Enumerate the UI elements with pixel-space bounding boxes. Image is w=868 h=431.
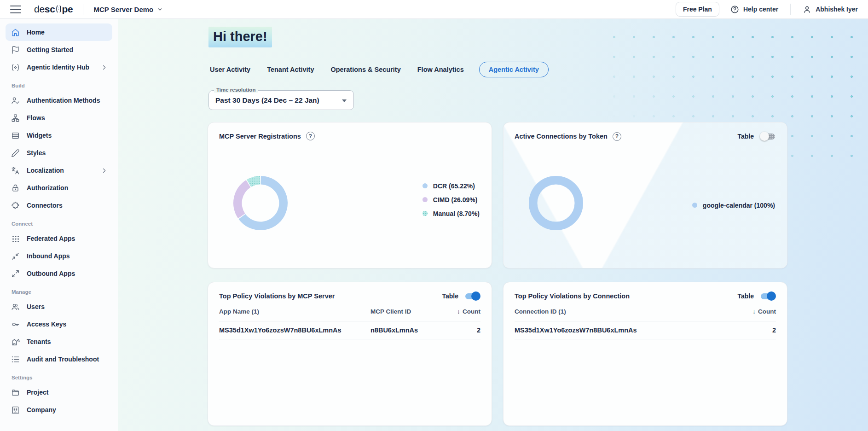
widgets-icon	[11, 131, 20, 140]
sidebar-item-federated-apps[interactable]: Federated Apps	[6, 230, 112, 247]
tenants-icon	[11, 338, 20, 346]
chart-legend: DCR (65.22%)CIMD (26.09%)Manual (8.70%)	[422, 181, 480, 219]
chevron-right-icon	[101, 64, 108, 71]
violations-table: App Name (1)MCP Client ID↓CountMS35d1Xw1…	[219, 308, 480, 339]
users-icon	[11, 303, 20, 311]
card-title: MCP Server Registrations	[219, 133, 301, 140]
legend-label: CIMD (26.09%)	[433, 196, 477, 204]
chevron-down-icon	[157, 6, 163, 12]
legend-dot	[692, 203, 697, 208]
table-cell: n8BU6xLmnAs	[370, 326, 451, 334]
sidebar-section-label: Manage	[6, 282, 112, 298]
column-header-count[interactable]: ↓Count	[746, 308, 776, 315]
sidebar-item-label: Users	[27, 303, 45, 310]
help-icon[interactable]: ?	[613, 132, 621, 141]
tab-operations-security[interactable]: Operations & Security	[329, 62, 402, 77]
violations-table: Connection ID (1)↓CountMS35d1Xw1Yo6zozsW…	[515, 308, 776, 339]
divider	[790, 4, 791, 15]
sidebar-item-authorization[interactable]: Authorization	[6, 179, 112, 197]
descope-o-icon	[56, 5, 62, 16]
table-toggle-label: Table	[737, 133, 754, 140]
legend-label: google-calendar (100%)	[703, 202, 775, 209]
card-top-policy-violations-by-mcp-server: Top Policy Violations by MCP Server Tabl…	[208, 282, 492, 426]
legend-item-Manual[interactable]: Manual (8.70%)	[422, 208, 480, 219]
user-menu[interactable]: Abhishek Iyer	[803, 5, 858, 14]
divider	[83, 4, 83, 15]
tab-tenant-activity[interactable]: Tenant Activity	[266, 62, 315, 77]
sidebar-item-authentication-methods[interactable]: Authentication Methods	[6, 92, 112, 109]
home-icon	[11, 28, 20, 37]
table-toggle[interactable]	[464, 291, 480, 301]
legend-item-DCR[interactable]: DCR (65.22%)	[422, 181, 480, 191]
column-header-app-name-1-[interactable]: App Name (1)	[219, 308, 370, 315]
auth-methods-icon	[11, 96, 20, 105]
help-center-label: Help center	[743, 6, 778, 13]
audit-icon	[11, 355, 20, 364]
sidebar-item-label: Home	[27, 29, 45, 36]
sidebar-item-flows[interactable]: Flows	[6, 109, 112, 127]
help-center-button[interactable]: Help center	[730, 5, 778, 14]
sidebar-item-label: Tenants	[27, 338, 51, 345]
sidebar-item-outbound-apps[interactable]: Outbound Apps	[6, 265, 112, 282]
sidebar-item-audit-and-troubleshoot[interactable]: Audit and Troubleshoot	[6, 350, 112, 368]
sidebar-section-label: Build	[6, 76, 112, 92]
donut-segment-CIMD	[233, 180, 250, 218]
sidebar-item-connectors[interactable]: Connectors	[6, 197, 112, 214]
logo-text: de	[34, 4, 45, 15]
free-plan-button[interactable]: Free Plan	[676, 2, 719, 17]
time-resolution-select[interactable]: Time resolution Past 30 Days (24 Dec – 2…	[208, 90, 354, 110]
project-icon	[11, 388, 20, 397]
sidebar-item-project[interactable]: Project	[6, 384, 112, 401]
sidebar-item-access-keys[interactable]: Access Keys	[6, 315, 112, 333]
sidebar-item-company[interactable]: Company	[6, 401, 112, 419]
legend-item-CIMD[interactable]: CIMD (26.09%)	[422, 194, 480, 205]
column-header-label: Count	[758, 308, 776, 315]
table-header-row: App Name (1)MCP Client ID↓Count	[219, 308, 480, 321]
sidebar-item-styles[interactable]: Styles	[6, 144, 112, 162]
sidebar-item-label: Outbound Apps	[27, 270, 75, 277]
sidebar-item-localization[interactable]: Localization	[6, 162, 112, 179]
sort-descending-icon: ↓	[457, 308, 460, 315]
column-header-connection-id-1-[interactable]: Connection ID (1)	[515, 308, 746, 315]
legend-item-google-calendar[interactable]: google-calendar (100%)	[692, 200, 775, 210]
help-icon[interactable]: ?	[306, 132, 315, 140]
table-toggle[interactable]	[760, 291, 776, 301]
sidebar-item-label: Inbound Apps	[27, 252, 70, 260]
help-circle-icon	[730, 5, 739, 14]
column-header-mcp-client-id[interactable]: MCP Client ID	[370, 308, 451, 315]
localization-icon	[11, 166, 20, 175]
column-header-label: MCP Client ID	[370, 308, 411, 315]
sidebar-item-label: Company	[27, 406, 56, 414]
time-resolution-value: Past 30 Days (24 Dec – 22 Jan)	[209, 96, 319, 105]
descope-logo: descpe	[34, 4, 73, 15]
legend-label: Manual (8.70%)	[433, 210, 480, 217]
card-title: Active Connections by Token	[515, 133, 608, 140]
sidebar-item-label: Connectors	[27, 202, 63, 209]
sidebar-item-getting-started[interactable]: Getting Started	[6, 41, 112, 58]
tab-flow-analytics[interactable]: Flow Analytics	[416, 62, 465, 77]
hamburger-menu-icon[interactable]	[10, 6, 21, 14]
project-selector[interactable]: MCP Server Demo	[93, 6, 163, 13]
page-title: Hi there!	[208, 27, 272, 47]
user-name: Abhishek Iyer	[816, 6, 858, 13]
card-mcp-server-registrations: MCP Server Registrations ? DCR (65.22%)C…	[208, 122, 492, 268]
table-cell: MS35d1Xw1Yo6zozsW7n8BU6xLmnAs	[515, 326, 746, 334]
tab-user-activity[interactable]: User Activity	[208, 62, 252, 77]
tab-agentic-activity[interactable]: Agentic Activity	[479, 62, 549, 77]
sidebar-item-users[interactable]: Users	[6, 298, 112, 315]
federated-apps-icon	[11, 234, 20, 243]
chart-legend: google-calendar (100%)	[692, 200, 775, 210]
sidebar-item-agentic-identity-hub[interactable]: Agentic Identity Hub	[6, 58, 112, 76]
tab-bar: User ActivityTenant ActivityOperations &…	[208, 62, 549, 77]
card-title: Top Policy Violations by Connection	[515, 292, 630, 300]
table-toggle[interactable]	[760, 132, 776, 141]
user-icon	[803, 5, 811, 14]
sidebar-item-home[interactable]: Home	[6, 23, 112, 41]
sidebar-item-widgets[interactable]: Widgets	[6, 127, 112, 144]
sidebar-item-inbound-apps[interactable]: Inbound Apps	[6, 247, 112, 265]
sidebar-item-label: Getting Started	[27, 46, 73, 53]
column-header-count[interactable]: ↓Count	[451, 308, 480, 315]
access-keys-icon	[11, 320, 20, 329]
sidebar-item-tenants[interactable]: Tenants	[6, 333, 112, 350]
agentic-hub-icon	[11, 63, 20, 72]
